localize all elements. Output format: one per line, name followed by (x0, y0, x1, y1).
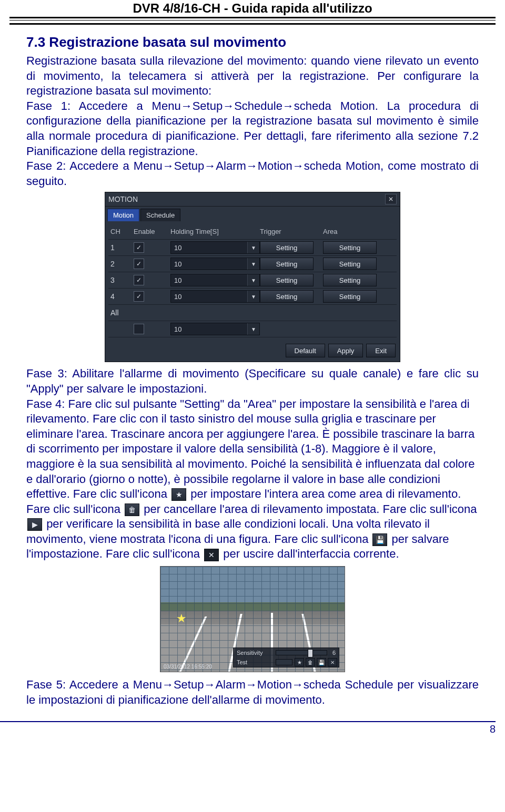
enable-all-checkbox[interactable] (134, 324, 144, 334)
chevron-down-icon: ▼ (247, 291, 259, 302)
area-setting-button[interactable]: Setting (323, 274, 377, 286)
trigger-setting-button[interactable]: Setting (260, 274, 314, 286)
paragraph-fase4: Fase 4: Fare clic sul pulsante "Setting"… (26, 397, 479, 562)
trash-icon: 🗑 (125, 503, 139, 516)
enable-checkbox[interactable]: ✓ (134, 259, 144, 269)
chevron-down-icon: ▼ (247, 274, 259, 286)
area-setting-button[interactable]: Setting (323, 258, 377, 270)
area-setting-button[interactable]: Setting (323, 241, 377, 254)
star-icon: ★ (171, 488, 186, 501)
dialog-title: MOTION (108, 195, 138, 203)
save-disk-icon: 💾 (372, 533, 387, 546)
paragraph-fase1: Fase 1: Accedere a Menu→Setup→Schedule→s… (26, 99, 479, 159)
tab-schedule[interactable]: Schedule (140, 209, 180, 221)
table-row: 2 ✓ 10▼ Setting Setting (108, 256, 397, 272)
area-setting-button[interactable]: Setting (323, 290, 377, 303)
enable-checkbox[interactable]: ✓ (134, 242, 144, 253)
close-button[interactable]: ✕ (385, 194, 397, 204)
holding-time-select[interactable]: 10▼ (170, 274, 260, 286)
page-number: 8 (490, 723, 496, 734)
test-play-icon: ▶ (27, 518, 42, 531)
trigger-setting-button[interactable]: Setting (260, 258, 314, 270)
chevron-down-icon: ▼ (247, 258, 259, 270)
holding-time-select[interactable]: 10▼ (170, 290, 260, 303)
section-title: 7.3 Registrazione basata sul movimento (26, 34, 479, 50)
all-row: 10▼ (108, 321, 397, 337)
holding-time-all-select[interactable]: 10▼ (170, 323, 260, 335)
apply-button[interactable]: Apply (328, 344, 363, 357)
paragraph-fase2: Fase 2: Accedere a Menu→Setup→Alarm→Moti… (26, 159, 479, 189)
tab-motion[interactable]: Motion (107, 209, 139, 221)
trigger-setting-button[interactable]: Setting (260, 241, 314, 254)
panel-star-icon[interactable]: ★ (295, 658, 304, 666)
page-footer: 8 (0, 721, 496, 722)
sensitivity-slider[interactable] (276, 650, 327, 655)
enable-checkbox[interactable]: ✓ (134, 291, 144, 302)
motion-star-icon: ★ (176, 612, 187, 625)
chevron-down-icon: ▼ (247, 242, 259, 253)
header-rule (9, 17, 496, 25)
sensitivity-label: Sensitivity (234, 650, 274, 656)
chevron-down-icon: ▼ (247, 323, 259, 335)
test-bar (276, 659, 292, 665)
holding-time-select[interactable]: 10▼ (170, 258, 260, 270)
paragraph-fase5: Fase 5: Accedere a Menu→Setup→Alarm→Moti… (26, 677, 479, 707)
paragraph-fase3: Fase 3: Abilitare l'allarme di movimento… (26, 366, 479, 396)
all-label-row: All (108, 305, 397, 321)
timestamp: 03/31/2012 16:55:20 (164, 664, 212, 670)
sensitivity-panel: Sensitivity 6 Test ★ 🗑 💾 ✕ (233, 647, 339, 667)
doc-header: DVR 4/8/16-CH - Guida rapida all'utilizz… (0, 1, 505, 16)
enable-checkbox[interactable]: ✓ (134, 275, 144, 285)
exit-button[interactable]: Exit (366, 344, 396, 357)
default-button[interactable]: Default (286, 344, 325, 357)
motion-dialog: MOTION ✕ Motion Schedule CH Enable Holdi… (105, 192, 400, 362)
close-x-icon: ✕ (204, 549, 219, 561)
paragraph-intro: Registrazione basata sulla rilevazione d… (26, 54, 479, 99)
test-label: Test (234, 659, 274, 665)
table-header: CH Enable Holding Time[S] Trigger Area (108, 223, 397, 240)
table-row: 3 ✓ 10▼ Setting Setting (108, 272, 397, 289)
table-row: 4 ✓ 10▼ Setting Setting (108, 289, 397, 305)
panel-save-icon[interactable]: 💾 (317, 658, 326, 666)
trigger-setting-button[interactable]: Setting (260, 290, 314, 303)
area-preview-thumbnail: ★ 03/31/2012 16:55:20 Sensitivity 6 Test… (160, 566, 345, 672)
table-row: 1 ✓ 10▼ Setting Setting (108, 240, 397, 256)
sensitivity-value: 6 (329, 650, 339, 656)
holding-time-select[interactable]: 10▼ (170, 241, 260, 254)
panel-close-icon[interactable]: ✕ (328, 658, 337, 666)
panel-trash-icon[interactable]: 🗑 (306, 658, 315, 666)
